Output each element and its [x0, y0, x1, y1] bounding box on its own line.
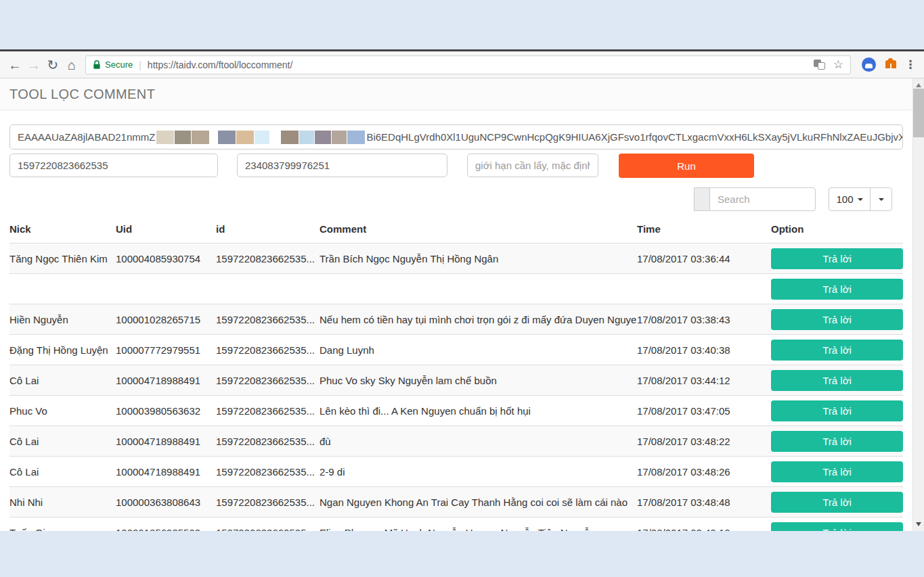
- cell-option: Trả lời: [771, 457, 903, 487]
- cell-nick: Hiền Nguyễn: [9, 304, 116, 335]
- url-text[interactable]: https://taidv.com/ftool/loccomment/: [148, 60, 814, 70]
- vertical-scrollbar[interactable]: [912, 78, 924, 531]
- cell-id: 1597220823662535...: [216, 335, 320, 365]
- cell-time: 17/08/2017 03:47:05: [637, 396, 771, 426]
- col-id: id: [216, 219, 320, 244]
- cell-time: 17/08/2017 03:36:44: [637, 244, 771, 274]
- cell-comment: Elise Phương Mỹ Hạnh Nguyễn Hương Nguyễn…: [320, 517, 637, 532]
- page-size-value[interactable]: 100: [829, 188, 870, 210]
- token-text-start: EAAAAUaZA8jlABAD21nmmZ: [18, 131, 155, 143]
- bookmark-star-icon[interactable]: ☆: [833, 57, 843, 72]
- redacted-block: [192, 131, 209, 144]
- cell-time: 17/08/2017 03:48:22: [637, 426, 771, 457]
- reload-icon[interactable]: ↻: [43, 58, 62, 72]
- redacted-block: [156, 131, 174, 144]
- cell-id: 1597220823662535...: [216, 426, 320, 457]
- cell-id: 1597220823662535...: [216, 244, 320, 274]
- run-button[interactable]: Run: [619, 154, 754, 178]
- reply-button[interactable]: Trả lời: [771, 522, 903, 531]
- redacted-block: [347, 131, 365, 144]
- reply-button[interactable]: Trả lời: [771, 400, 903, 421]
- table-row: Cô Lai1000047189884911597220823662535...…: [9, 457, 903, 487]
- page-id-input[interactable]: [237, 154, 447, 177]
- reply-button[interactable]: Trả lời: [771, 370, 903, 391]
- reply-button[interactable]: Trả lời: [771, 340, 903, 361]
- reply-button[interactable]: Trả lời: [771, 492, 903, 513]
- col-option: Option: [771, 219, 903, 244]
- scrollbar-thumb[interactable]: [913, 89, 924, 137]
- back-icon[interactable]: ←: [5, 58, 24, 72]
- cell-comment: Phuc Vo sky Sky Nguyễn lam chế buồn: [320, 365, 637, 396]
- cell-option: Trả lời: [771, 244, 903, 274]
- cell-uid: [116, 274, 216, 304]
- reply-button[interactable]: Trả lời: [771, 279, 903, 300]
- address-bar[interactable]: Secure | https://taidv.com/ftool/loccomm…: [85, 55, 851, 74]
- redacted-block: [175, 131, 191, 144]
- cell-uid: 100004085930754: [116, 244, 216, 274]
- cell-comment: 2-9 di: [320, 457, 637, 487]
- cell-uid: 100007772979551: [116, 335, 216, 365]
- redacted-block: [255, 131, 269, 144]
- cell-id: 1597220823662535...: [216, 396, 320, 426]
- post-id-input[interactable]: [9, 154, 218, 177]
- cell-comment: Ngan Nguyen Khong An Trai Cay Thanh Hằng…: [320, 487, 637, 517]
- cell-comment: Trần Bích Ngọc Nguyễn Thị Hồng Ngân: [320, 244, 637, 274]
- scroll-down-icon[interactable]: [916, 522, 921, 526]
- cell-uid: 100004718988491: [116, 426, 216, 457]
- cell-time: 17/08/2017 03:44:12: [637, 365, 771, 396]
- page-size-label: 100: [836, 193, 853, 205]
- comment-table: Nick Uid id Comment Time Option Tăng Ngọ…: [9, 219, 903, 531]
- cell-nick: Cô Lai: [9, 457, 116, 487]
- reply-button[interactable]: Trả lời: [771, 431, 903, 452]
- cell-time: 17/08/2017 03:48:48: [637, 487, 771, 517]
- cell-id: 1597220823662535...: [216, 365, 320, 396]
- token-input[interactable]: EAAAAUaZA8jlABAD21nmmZ Bi6EDqHLgVrdh0Xl1…: [9, 124, 903, 149]
- cell-nick: [9, 274, 116, 304]
- search-addon: [694, 187, 709, 211]
- table-row: Cô Lai1000047189884911597220823662535...…: [9, 426, 903, 457]
- cell-uid: 100000363808643: [116, 487, 216, 517]
- redacted-block: [236, 131, 254, 144]
- browser-window: ← → ↻ ⌂ Secure | https://taidv.com/ftool…: [0, 49, 924, 531]
- page-size-dropdown: 100: [829, 187, 892, 211]
- title-strip: TOOL LỌC COMMENT: [0, 78, 912, 110]
- cell-uid: 100004718988491: [116, 457, 216, 487]
- cell-nick: Phuc Vo: [9, 396, 116, 426]
- cell-id: [216, 274, 320, 304]
- cell-option: Trả lời: [771, 396, 903, 426]
- browser-menu-icon[interactable]: ⋮: [902, 57, 919, 72]
- cell-uid: 100001028265715: [116, 304, 216, 335]
- cell-uid: 100001856905500: [116, 517, 216, 532]
- cell-option: Trả lời: [771, 274, 903, 304]
- redacted-block: [218, 131, 236, 144]
- reply-button[interactable]: Trả lời: [771, 461, 903, 482]
- extension-icon-orange[interactable]: [884, 57, 898, 72]
- page-size-toggle[interactable]: [870, 188, 892, 210]
- search-row: 100: [9, 187, 903, 211]
- table-row: Cô Lai1000047189884911597220823662535...…: [9, 365, 903, 396]
- cell-option: Trả lời: [771, 365, 903, 396]
- cell-option: Trả lời: [771, 426, 903, 457]
- cell-nick: Nhi Nhi: [9, 487, 116, 517]
- cell-time: 17/08/2017 03:38:43: [637, 304, 771, 335]
- table-row: Tuấn Gia1000018569055001597220823662535.…: [9, 517, 903, 532]
- extension-icon-blue[interactable]: [862, 57, 876, 72]
- cell-time: 17/08/2017 03:40:38: [637, 335, 771, 365]
- home-icon[interactable]: ⌂: [62, 58, 81, 72]
- cell-nick: Cô Lai: [9, 426, 116, 457]
- table-row: Phuc Vo1000039805636321597220823662535..…: [9, 396, 903, 426]
- scroll-up-icon[interactable]: [916, 83, 921, 87]
- redacted-block: [315, 131, 331, 144]
- search-input[interactable]: [709, 187, 816, 211]
- col-uid: Uid: [116, 219, 216, 244]
- chevron-down-icon: [858, 198, 863, 201]
- cell-comment: đù: [320, 426, 637, 457]
- cell-option: Trả lời: [771, 304, 903, 335]
- reply-button[interactable]: Trả lời: [771, 248, 903, 269]
- table-row: Hiền Nguyễn10000102826571515972208236625…: [9, 304, 903, 335]
- translate-icon[interactable]: [814, 60, 825, 70]
- reply-button[interactable]: Trả lời: [771, 309, 903, 330]
- cell-comment: Nếu hem có tiền hay tụi mình chơi trọn g…: [320, 304, 637, 335]
- chevron-down-icon: [879, 198, 884, 201]
- limit-input[interactable]: [467, 154, 598, 177]
